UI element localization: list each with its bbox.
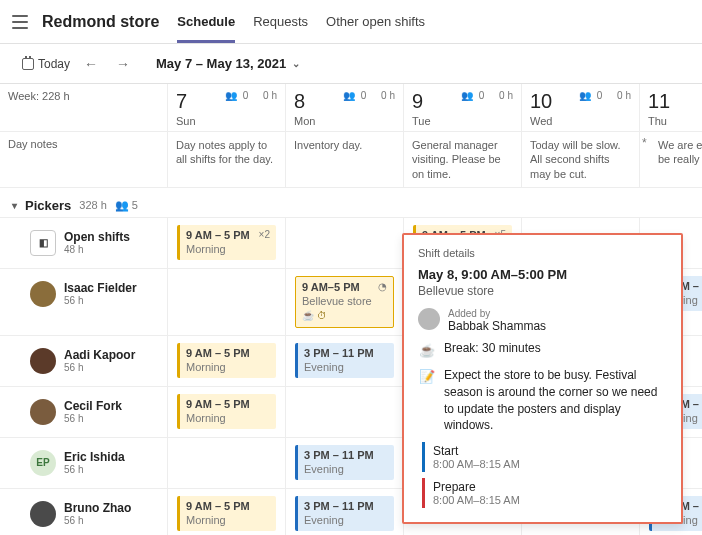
date-range-picker[interactable]: May 7 – May 13, 2021 ⌄ [156, 56, 300, 71]
day-note-thu[interactable]: We are expecting be really busy. [640, 132, 702, 188]
popover-datetime: May 8, 9:00 AM–5:00 PM [418, 267, 667, 282]
shift-note: Expect the store to be busy. Festival se… [444, 367, 667, 434]
date-range-label: May 7 – May 13, 2021 [156, 56, 286, 71]
today-label: Today [38, 57, 70, 71]
day-note-tue[interactable]: General manager visiting. Please be on t… [404, 132, 522, 188]
added-by-name: Babbak Shammas [448, 319, 546, 333]
person-row-aadi[interactable]: Aadi Kapoor 56 h [0, 336, 168, 387]
avatar [30, 399, 56, 425]
popover-heading: Shift details [418, 247, 667, 259]
people-icon: 👥 [579, 90, 591, 101]
day-notes-label-cell: Day notes [0, 132, 168, 188]
prev-week-button[interactable]: ← [80, 54, 102, 74]
today-button[interactable]: Today [22, 57, 70, 71]
coffee-icon: ☕ [418, 341, 436, 359]
shift-card-selected[interactable]: 9 AM–5 PM Bellevue store ◔ ☕ ⏱ [295, 276, 394, 328]
person-row-bruno[interactable]: Bruno Zhao 56 h [0, 489, 168, 535]
day-note-sun[interactable]: Day notes apply to all shifts for the da… [168, 132, 286, 188]
day-note-mon[interactable]: Inventory day. [286, 132, 404, 188]
added-by-label: Added by [448, 308, 546, 319]
chevron-down-icon: ⌄ [292, 58, 300, 69]
open-shifts-cell: ◧ Open shifts 48 h [0, 218, 168, 269]
avatar [30, 281, 56, 307]
calendar-icon [22, 58, 34, 70]
open-shifts-label: Open shifts [64, 230, 130, 244]
people-icon: 👥 [343, 90, 355, 101]
shift-icons: ☕ ⏱ [302, 310, 387, 323]
tab-requests[interactable]: Requests [253, 0, 308, 43]
open-shift-icon: ◧ [30, 230, 56, 256]
toolbar: Today ← → May 7 – May 13, 2021 ⌄ [0, 44, 702, 84]
people-icon: 👥 [115, 199, 129, 211]
shift-card[interactable]: 3 PM – 11 PM Evening [295, 445, 394, 481]
note-icon: 📝 [418, 367, 436, 385]
activity-prepare: Prepare 8:00 AM–8:15 AM [422, 478, 667, 508]
day-notes-label: Day notes [8, 138, 159, 150]
shared-icon: ◔ [378, 281, 387, 294]
day-note-wed[interactable]: Today will be slow. All second shifts ma… [522, 132, 640, 188]
avatar: EP [30, 450, 56, 476]
people-icon: 👥 [461, 90, 473, 101]
avatar [418, 308, 440, 330]
shift-card[interactable]: 9 AM – 5 PM Morning [177, 343, 276, 379]
avatar [30, 348, 56, 374]
shift-card[interactable]: 3 PM – 11 PM Evening [295, 343, 394, 379]
shift-card[interactable]: 9 AM – 5 PM Morning [177, 394, 276, 430]
tab-other-open-shifts[interactable]: Other open shifts [326, 0, 425, 43]
day-header-mon[interactable]: 8 Mon 👥0 0 h [286, 84, 404, 132]
avatar [30, 501, 56, 527]
day-header-thu[interactable]: 11 Thu [640, 84, 702, 132]
week-hours-cell: Week: 228 h [0, 84, 168, 132]
shift-details-popover: Shift details May 8, 9:00 AM–5:00 PM Bel… [402, 233, 683, 524]
break-text: Break: 30 minutes [444, 341, 541, 355]
tabs: Schedule Requests Other open shifts [177, 0, 425, 43]
people-icon: 👥 [225, 90, 237, 101]
app-header: Redmond store Schedule Requests Other op… [0, 0, 702, 44]
week-hours: Week: 228 h [8, 90, 159, 102]
tab-schedule[interactable]: Schedule [177, 0, 235, 43]
store-title: Redmond store [42, 13, 159, 31]
group-name: Pickers [25, 198, 71, 213]
day-header-sun[interactable]: 7 Sun 👥0 0 h [168, 84, 286, 132]
next-week-button[interactable]: → [112, 54, 134, 74]
shift-card[interactable]: 3 PM – 11 PM Evening [295, 496, 394, 532]
day-header-tue[interactable]: 9 Tue 👥0 0 h [404, 84, 522, 132]
group-pickers-header[interactable]: ▾ Pickers 328 h 👥 5 [0, 188, 702, 218]
open-shift-mon[interactable] [286, 218, 404, 269]
menu-icon[interactable] [12, 15, 28, 29]
person-row-eric[interactable]: EP Eric Ishida 56 h [0, 438, 168, 489]
open-shift-sun[interactable]: 9 AM – 5 PM Morning ×2 [168, 218, 286, 269]
day-header-wed[interactable]: 10 Wed 👥0 0 h [522, 84, 640, 132]
shift-card[interactable]: 9 AM – 5 PM Morning ×2 [177, 225, 276, 261]
chevron-down-icon: ▾ [12, 200, 17, 211]
popover-location: Bellevue store [418, 284, 667, 298]
activity-start: Start 8:00 AM–8:15 AM [422, 442, 667, 472]
person-row-cecil[interactable]: Cecil Fork 56 h [0, 387, 168, 438]
person-row-isaac[interactable]: Isaac Fielder 56 h [0, 269, 168, 336]
shift-card[interactable]: 9 AM – 5 PM Morning [177, 496, 276, 532]
